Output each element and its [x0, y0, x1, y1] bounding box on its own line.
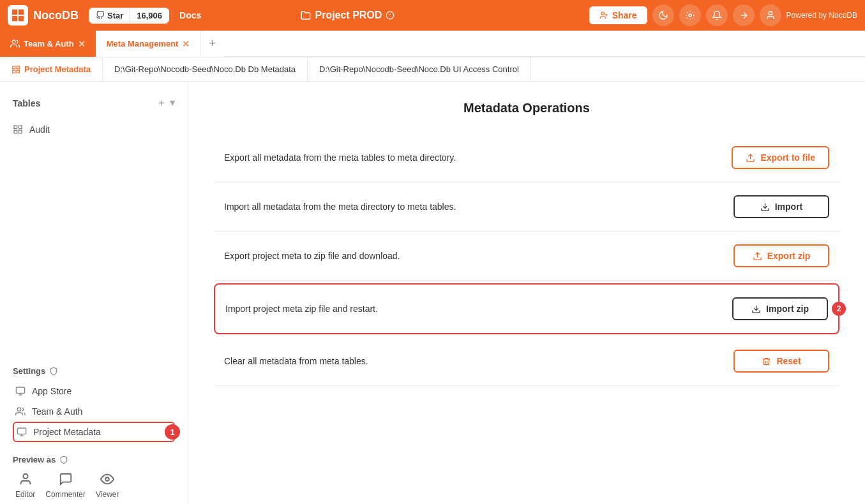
svg-point-29 [23, 474, 27, 478]
svg-point-10 [689, 14, 691, 17]
svg-rect-16 [13, 70, 15, 73]
logo-text: NocoDB [33, 9, 79, 22]
sidebar-tables-header: Tables ＋ ▾ [0, 92, 188, 114]
tab-meta-management-close[interactable]: ✕ [182, 39, 190, 49]
svg-rect-22 [16, 387, 24, 393]
star-label: Star [89, 8, 130, 23]
svg-rect-26 [17, 428, 26, 434]
dark-mode-button[interactable] [652, 4, 674, 26]
sub-nav-project-metadata[interactable]: Project Metadata [0, 57, 103, 81]
project-title: Project PROD [301, 10, 395, 21]
integrations-button[interactable] [679, 4, 701, 26]
svg-rect-17 [17, 70, 19, 73]
op-import-zip-desc: Import project meta zip file and restart… [215, 291, 722, 327]
team-auth-icon [15, 406, 26, 417]
export-zip-button[interactable]: Export zip [733, 244, 829, 267]
op-export-zip-desc: Export project meta to zip file and down… [214, 232, 712, 281]
share-button[interactable]: Share [589, 6, 647, 24]
svg-point-30 [106, 477, 110, 481]
sub-nav-project-metadata-label: Project Metadata [24, 64, 91, 74]
reset-trash-icon [762, 357, 771, 366]
top-bar: NocoDB Star 16,906 Docs Project PROD Sha… [0, 0, 865, 31]
sub-nav-ui-access[interactable]: D:\Git-Repo\Nocodb-Seed\Noco.Db UI Acces… [308, 57, 531, 81]
sub-nav-db-metadata[interactable]: D:\Git-Repo\Nocodb-Seed\Noco.Db Db Metad… [103, 57, 308, 81]
docs-link[interactable]: Docs [179, 10, 201, 20]
operation-import: Import all metadata from the meta direct… [214, 182, 839, 232]
sub-nav: Project Metadata D:\Git-Repo\Nocodb-Seed… [0, 57, 865, 82]
powered-by-text: Powered by NocoDB [786, 11, 857, 20]
svg-point-25 [17, 408, 20, 411]
sidebar-item-audit-label: Audit [29, 124, 50, 135]
app-store-icon [15, 386, 26, 396]
sidebar: Tables ＋ ▾ Audit Settings App Store [0, 82, 188, 504]
sidebar-tables-section: Tables ＋ ▾ [0, 82, 188, 119]
badge-1: 1 [165, 424, 180, 440]
tab-team-auth-close[interactable]: ✕ [78, 39, 86, 49]
operations-table: Export all metadata from the meta tables… [214, 133, 839, 386]
content-area: Metadata Operations Export all metadata … [188, 82, 865, 504]
op-export-to-file-btn-cell: Export to file [712, 133, 839, 182]
sub-nav-ui-access-label: D:\Git-Repo\Nocodb-Seed\Noco.Db UI Acces… [319, 64, 519, 74]
svg-point-12 [769, 11, 772, 15]
preview-role-editor[interactable]: Editor [15, 472, 35, 499]
logo: NocoDB [8, 5, 79, 26]
settings-item-app-store[interactable]: App Store [13, 381, 175, 401]
sidebar-item-audit[interactable]: Audit [0, 119, 188, 140]
commenter-icon [59, 472, 73, 486]
operation-export-zip: Export project meta to zip file and down… [214, 232, 839, 281]
svg-rect-2 [12, 16, 17, 21]
sidebar-tables-label: Tables [13, 98, 40, 108]
settings-item-team-auth-label: Team & Auth [32, 406, 82, 417]
top-right-actions: Share Powered by NocoDB [589, 4, 857, 26]
svg-rect-18 [14, 126, 17, 129]
svg-rect-3 [19, 16, 24, 21]
user-menu-button[interactable] [760, 4, 781, 26]
preview-label: Preview as [13, 455, 175, 464]
project-metadata-icon [17, 427, 27, 437]
settings-shield-icon [49, 367, 58, 376]
operation-export-to-file: Export all metadata from the meta tables… [214, 133, 839, 182]
svg-rect-0 [12, 10, 17, 15]
svg-rect-19 [19, 126, 22, 129]
sub-nav-db-metadata-label: D:\Git-Repo\Nocodb-Seed\Noco.Db Db Metad… [114, 64, 296, 74]
svg-point-13 [12, 40, 15, 43]
editor-icon [19, 472, 33, 486]
import-button[interactable]: Import [733, 195, 829, 218]
settings-item-app-store-label: App Store [32, 386, 71, 396]
svg-rect-1 [19, 10, 24, 15]
settings-item-team-auth[interactable]: Team & Auth [13, 401, 175, 422]
main-layout: Tables ＋ ▾ Audit Settings App Store [0, 82, 865, 504]
preview-role-viewer-label: Viewer [96, 490, 119, 499]
chevron-down-icon[interactable]: ▾ [170, 97, 175, 109]
github-star-button[interactable]: Star 16,906 [89, 8, 169, 24]
audit-icon [13, 124, 23, 135]
svg-rect-14 [13, 66, 15, 68]
settings-item-project-metadata[interactable]: Project Metadata 1 [13, 422, 175, 442]
operation-reset: Clear all metadata from meta tables. Res… [214, 337, 839, 386]
op-reset-desc: Clear all metadata from meta tables. [214, 337, 712, 386]
tabs-row: Team & Auth ✕ Meta Management ✕ + [0, 31, 865, 57]
import-zip-button[interactable]: Import zip [732, 297, 828, 320]
tab-meta-management[interactable]: Meta Management ✕ [96, 31, 201, 57]
svg-rect-20 [14, 130, 17, 133]
tab-team-auth[interactable]: Team & Auth ✕ [0, 31, 96, 57]
export-zip-icon [753, 251, 762, 261]
import-zip-icon [751, 304, 761, 314]
logo-icon [8, 5, 28, 26]
op-export-to-file-desc: Export all metadata from the meta tables… [214, 133, 712, 182]
add-tab-button[interactable]: + [200, 31, 223, 57]
svg-rect-21 [19, 130, 22, 133]
preview-role-commenter[interactable]: Commenter [45, 472, 86, 499]
preview-roles: Editor Commenter Viewer [13, 472, 175, 499]
op-import-zip-btn-cell: Import zip [722, 285, 838, 333]
sidebar-tables-actions: ＋ ▾ [156, 97, 175, 109]
reset-button[interactable]: Reset [733, 350, 829, 373]
language-button[interactable] [733, 4, 755, 26]
tab-team-auth-label: Team & Auth [24, 39, 74, 48]
notifications-button[interactable] [706, 4, 728, 26]
preview-role-viewer[interactable]: Viewer [96, 472, 119, 499]
export-to-file-button[interactable]: Export to file [732, 146, 829, 169]
tab-meta-management-label: Meta Management [107, 39, 179, 48]
settings-item-project-metadata-label: Project Metadata [33, 427, 101, 437]
add-table-icon[interactable]: ＋ [156, 97, 166, 109]
